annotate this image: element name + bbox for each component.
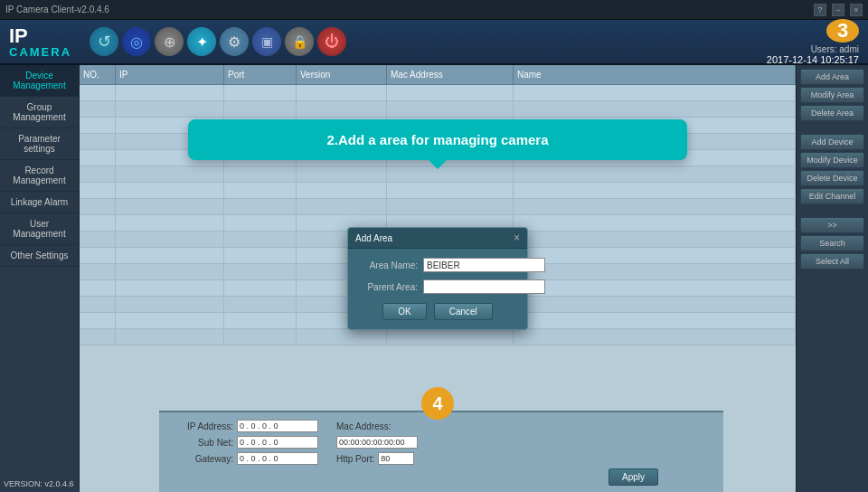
search-button[interactable]: Search [800, 235, 864, 251]
gear-icon[interactable]: ⚙ [220, 27, 249, 56]
datetime: 2017-12-14 10:25:17 [767, 54, 859, 65]
add-device-button[interactable]: Add Device [800, 134, 864, 150]
select-all-button[interactable]: Select All [800, 253, 864, 270]
modal-buttons: OK Cancel [359, 303, 516, 320]
globe-icon[interactable]: ◎ [122, 27, 151, 56]
edit-channel-button[interactable]: Edit Channel [800, 188, 864, 204]
delete-device-button[interactable]: Delete Device [800, 170, 864, 186]
spacer [800, 123, 864, 132]
title-bar-text: IP Camera Client-v2.0.4.6 [5, 5, 109, 14]
sidebar-item-other-settings[interactable]: Other Settings [0, 245, 79, 267]
logo-ip: IP [9, 26, 71, 46]
add-area-button[interactable]: Add Area [800, 69, 864, 85]
sidebar-item-linkage-alarm[interactable]: Linkage Alarm [0, 192, 79, 213]
version-text: VERSION: v2.0.4.6 [4, 479, 74, 488]
modal-title-bar: Add Area × [348, 228, 527, 249]
title-bar-controls: ? − × [814, 4, 863, 16]
refresh-icon[interactable]: ↺ [90, 27, 118, 56]
spacer2 [800, 206, 864, 215]
lock-icon[interactable]: 🔒 [285, 27, 314, 56]
header-right: 3 Users: admi 2017-12-14 10:25:17 [767, 20, 859, 63]
main: Device Management Group Management Param… [0, 65, 868, 492]
sidebar-item-record-management[interactable]: Record Management [0, 160, 79, 192]
sidebar: Device Management Group Management Param… [0, 65, 80, 492]
sidebar-item-user-management[interactable]: User Management [0, 213, 79, 245]
nav-icons: ↺ ◎ ⊕ ✦ ⚙ ▣ 🔒 ⏻ [90, 27, 346, 56]
header: IP CAMERA ↺ ◎ ⊕ ✦ ⚙ ▣ 🔒 ⏻ 3 Users: admi [0, 20, 868, 65]
power-icon[interactable]: ⏻ [317, 27, 346, 56]
logo-camera: CAMERA [9, 46, 71, 58]
star-icon[interactable]: ✦ [187, 27, 216, 56]
modal-close-button[interactable]: × [514, 232, 520, 244]
area-name-label: Area Name: [359, 260, 418, 270]
sidebar-item-device-management[interactable]: Device Management [0, 65, 79, 97]
area-name-field: Area Name: [359, 258, 516, 272]
delete-area-button[interactable]: Delete Area [800, 105, 864, 121]
user-label: Users: admi [767, 44, 859, 54]
area-name-input[interactable] [423, 258, 545, 272]
parent-area-label: Parent Area: [359, 282, 418, 292]
modal-body: Area Name: Parent Area: OK Cancel [348, 249, 527, 329]
logo: IP CAMERA [9, 26, 71, 58]
title-bar: IP Camera Client-v2.0.4.6 ? − × [0, 0, 868, 20]
modal-overlay: Add Area × Area Name: Parent Area: OK Ca… [80, 65, 796, 492]
modify-device-button[interactable]: Modify Device [800, 152, 864, 168]
more-button[interactable]: >> [800, 217, 864, 233]
minimize-button[interactable]: ? [814, 4, 826, 16]
parent-area-field: Parent Area: [359, 279, 516, 294]
monitor-icon[interactable]: ▣ [252, 27, 281, 56]
content: NO. IP Port Version Mac Address Name [80, 65, 796, 492]
sidebar-item-parameter-settings[interactable]: Parameter settings [0, 128, 79, 160]
modal-title: Add Area [355, 233, 392, 243]
modify-area-button[interactable]: Modify Area [800, 87, 864, 103]
add-area-dialog: Add Area × Area Name: Parent Area: OK Ca… [347, 227, 528, 330]
cancel-button[interactable]: Cancel [434, 303, 493, 320]
sidebar-item-group-management[interactable]: Group Management [0, 97, 79, 128]
compass-icon[interactable]: ⊕ [155, 27, 184, 56]
step3-badge: 3 [826, 19, 859, 43]
right-panel: Add Area Modify Area Delete Area Add Dev… [796, 65, 868, 492]
close-button[interactable]: × [850, 4, 863, 16]
ok-button[interactable]: OK [382, 303, 426, 320]
restore-button[interactable]: − [832, 4, 844, 16]
parent-area-input[interactable] [423, 279, 545, 294]
user-info: Users: admi 2017-12-14 10:25:17 [767, 44, 859, 65]
